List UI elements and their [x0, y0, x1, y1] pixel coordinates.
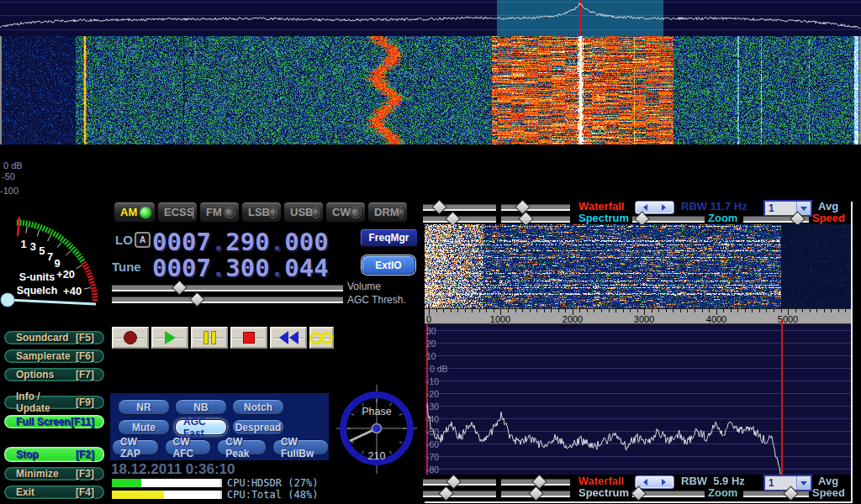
mode-button-am[interactable]: AM — [114, 202, 156, 223]
left-button-soundcard[interactable]: Soundcard[F5] — [3, 330, 105, 345]
mode-label: DRM — [374, 206, 399, 218]
frequency-digit[interactable]: 7 — [196, 254, 210, 282]
brightness-upper-slider[interactable] — [423, 479, 496, 486]
left-button-exit[interactable]: Exit[F4] — [3, 485, 105, 500]
frequency-digit[interactable]: 3 — [225, 254, 240, 282]
audio-spectrum[interactable] — [425, 324, 851, 475]
left-button-full-screen[interactable]: Full Screen[F11] — [3, 414, 105, 429]
zoom-slider[interactable] — [632, 491, 705, 497]
dsp-button-despread[interactable]: Despread — [232, 419, 284, 435]
speed-slider[interactable] — [743, 491, 809, 497]
frequency-digit[interactable]: 0 — [166, 254, 181, 282]
audio-tick — [666, 309, 667, 312]
frequency-digit[interactable]: 0 — [152, 228, 166, 256]
frequency-digit[interactable]: 0 — [255, 254, 269, 282]
contrast-lower-slider[interactable] — [501, 491, 570, 497]
button-label: Exit — [16, 486, 34, 498]
play-button[interactable] — [151, 327, 188, 349]
speed-slider[interactable] — [743, 216, 809, 223]
rbw-spinner[interactable] — [635, 475, 674, 489]
digit-separator[interactable]: . — [270, 254, 284, 282]
dsp-button-nb[interactable]: NB — [175, 399, 227, 415]
audio-label: 1000 — [490, 314, 510, 324]
arrow-left-icon[interactable] — [643, 479, 647, 486]
audio-tick — [652, 309, 652, 312]
pause-button[interactable] — [191, 327, 228, 349]
dsp-button-panel: NRNBNotchMuteAGC FastDespreadCW ZAPCW AF… — [110, 393, 329, 460]
lo-frequency-display[interactable]: 0007.290.000 — [152, 228, 329, 256]
dsp-button-nr[interactable]: NR — [118, 399, 170, 415]
frequency-digit[interactable]: 9 — [240, 228, 255, 256]
contrast-upper-slider[interactable] — [501, 204, 570, 211]
avg-dropdown[interactable]: 1 — [763, 200, 812, 217]
slider-thumb[interactable] — [528, 486, 543, 501]
zoom-slider[interactable] — [632, 216, 705, 223]
left-button-samplerate[interactable]: Samplerate[F6] — [3, 349, 105, 364]
dsp-button-notch[interactable]: Notch — [232, 399, 284, 415]
dropdown-button[interactable] — [796, 476, 811, 490]
tune-label: Tune — [112, 260, 141, 274]
contrast-lower-slider[interactable] — [501, 216, 570, 223]
dsp-button-mute[interactable]: Mute — [118, 419, 170, 435]
frequency-digit[interactable]: 0 — [255, 228, 269, 256]
arrow-right-icon[interactable] — [662, 204, 666, 211]
dsp-button-agc-fast[interactable]: AGC Fast — [175, 419, 227, 435]
mode-button-drm[interactable]: DRM — [367, 202, 408, 223]
led-off-icon — [399, 207, 403, 218]
loop-button[interactable] — [309, 327, 334, 349]
dsp-button-cw-fullbw[interactable]: CW FullBw — [272, 439, 329, 455]
agc-threshold-slider[interactable] — [112, 297, 343, 303]
frequency-digit[interactable]: 0 — [240, 254, 255, 282]
arrow-right-icon[interactable] — [662, 479, 666, 486]
brightness-lower-slider[interactable] — [423, 491, 496, 497]
frequency-digit[interactable]: 7 — [196, 228, 210, 256]
digit-separator[interactable]: . — [270, 228, 284, 256]
stop-button[interactable] — [230, 327, 267, 349]
frequency-digit[interactable]: 0 — [314, 228, 328, 256]
left-button-minimize[interactable]: Minimize[F3] — [3, 466, 105, 481]
mode-button-cw[interactable]: CW — [325, 202, 366, 223]
brightness-lower-slider[interactable] — [423, 216, 496, 223]
arrow-left-icon[interactable] — [643, 204, 647, 211]
volume-slider[interactable] — [112, 285, 343, 291]
tune-frequency-display[interactable]: 0007.300.044 — [152, 254, 329, 282]
slider-thumb[interactable] — [189, 291, 204, 307]
frequency-digit[interactable]: 0 — [284, 228, 298, 256]
slider-thumb[interactable] — [431, 199, 446, 214]
mode-button-ecss[interactable]: ECSS — [157, 202, 198, 223]
rewind-button[interactable] — [270, 327, 307, 349]
mode-button-lsb[interactable]: LSB — [241, 202, 282, 223]
left-button-info-update[interactable]: Info / Update[F9] — [3, 395, 105, 410]
frequency-digit[interactable]: 0 — [166, 228, 181, 256]
record-button[interactable] — [112, 327, 149, 349]
freqmgr-button[interactable]: FreqMgr — [360, 228, 418, 247]
brightness-upper-slider[interactable] — [423, 204, 496, 211]
button-fkey: [F2] — [76, 449, 94, 460]
digit-separator[interactable]: . — [211, 228, 225, 256]
left-button-options[interactable]: Options[F7] — [3, 367, 105, 382]
contrast-upper-slider[interactable] — [501, 479, 570, 486]
frequency-digit[interactable]: 4 — [299, 254, 314, 282]
frequency-digit[interactable]: 0 — [182, 254, 196, 282]
audio-waterfall[interactable] — [425, 224, 851, 308]
frequency-digit[interactable]: 0 — [284, 254, 298, 282]
frequency-digit[interactable]: 0 — [152, 254, 166, 282]
left-button-stop[interactable]: Stop[F2] — [3, 446, 105, 463]
audio-frequency-scale[interactable]: 010002000300040005000 — [425, 308, 851, 324]
phase-dial[interactable]: Phase210 — [335, 380, 419, 479]
mode-button-usb[interactable]: USB — [283, 202, 324, 223]
s-meter[interactable]: 13579+20+40S-unitsSquelch — [0, 200, 108, 328]
frequency-digit[interactable]: 0 — [182, 228, 196, 256]
lo-a-button[interactable]: A — [135, 232, 151, 248]
mode-button-fm[interactable]: FM — [199, 202, 240, 223]
dsp-button-cw-zap[interactable]: CW ZAP — [112, 439, 159, 455]
frequency-digit[interactable]: 2 — [225, 228, 240, 256]
dsp-button-cw-peak[interactable]: CW Peak — [217, 439, 267, 455]
frequency-digit[interactable]: 4 — [314, 254, 328, 282]
frequency-digit[interactable]: 0 — [299, 228, 314, 256]
slider-thumb[interactable] — [172, 280, 187, 295]
rf-spectrum-mini[interactable] — [0, 0, 861, 36]
dsp-button-cw-afc[interactable]: CW AFC — [165, 439, 212, 455]
digit-separator[interactable]: . — [211, 254, 225, 282]
extio-button[interactable]: ExtIO — [362, 255, 415, 275]
